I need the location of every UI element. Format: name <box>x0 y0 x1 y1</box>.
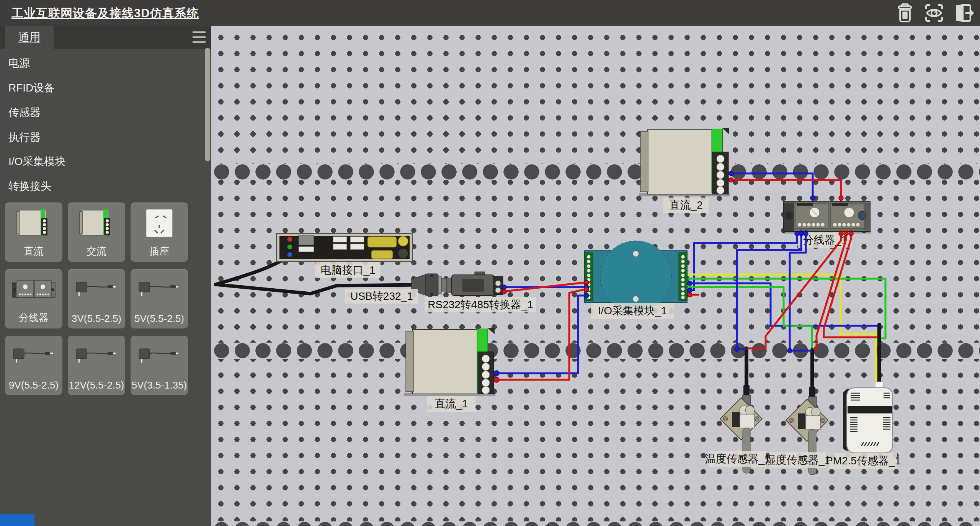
scene: 直流_2 电脑接口_1 USB转232_1 RS232转485转换器_1 I/O… <box>211 26 980 526</box>
label-dc-1: 直流_1 <box>434 398 468 410</box>
app-title: 工业互联网设备及接线3D仿真系统 <box>11 5 199 21</box>
app-window: 工业互联网设备及接线3D仿真系统 <box>0 0 980 526</box>
door-exit-icon <box>952 2 974 24</box>
sidebar-item-sensor[interactable]: 传感器 <box>8 105 192 121</box>
delete-button[interactable] <box>894 2 916 24</box>
label-rs232-485-1: RS232转485转换器_1 <box>428 299 533 310</box>
sidebar-tab-row: 通用 <box>0 26 211 49</box>
device-pc-interface-1[interactable] <box>276 234 413 261</box>
tab-general[interactable]: 通用 <box>5 26 54 49</box>
top-bar: 工业互联网设备及接线3D仿真系统 <box>0 0 980 26</box>
sidebar: 通用 电源 RFID设备 传感器 执行器 I/O采集模块 转换接头 直流 <box>0 26 211 526</box>
socket-icon <box>144 207 175 239</box>
label-humidity-sensor-1: 湿度传感器_1 <box>765 454 830 466</box>
dc-module-icon <box>15 207 52 239</box>
ac-module-icon <box>78 207 115 239</box>
label-temp-sensor-1: 温度传感器_1 <box>705 453 770 465</box>
sidebar-scrollbar[interactable] <box>205 48 210 161</box>
power-adapter-icon <box>138 279 180 301</box>
bottom-left-accent <box>0 514 34 526</box>
sidebar-item-converter[interactable]: 转换接头 <box>8 179 192 194</box>
sidebar-item-power[interactable]: 电源 <box>8 56 192 71</box>
palette-item-adapter-5v[interactable]: 5V(5.5-2.5) <box>131 269 188 328</box>
label-io-module-1: I/O采集模块_1 <box>598 305 667 317</box>
palette-item-ac[interactable]: 交流 <box>68 203 125 262</box>
device-splitter-1[interactable] <box>783 202 871 234</box>
sidebar-item-io-module[interactable]: I/O采集模块 <box>8 154 192 170</box>
label-pc-interface-1: 电脑接口_1 <box>320 264 375 276</box>
label-pm25-sensor-1: PM2.5传感器_1 <box>826 455 901 467</box>
palette-item-adapter-5v-slim[interactable]: 5V(3.5-1.35) <box>131 336 188 395</box>
eye-in-frame-icon <box>923 2 945 24</box>
palette-item-dc[interactable]: 直流 <box>5 203 62 262</box>
device-dc-1[interactable] <box>404 328 495 396</box>
sidebar-item-rfid[interactable]: RFID设备 <box>8 81 192 96</box>
device-dc-2[interactable] <box>639 128 730 196</box>
exit-button[interactable] <box>952 2 974 24</box>
power-adapter-icon <box>75 346 118 367</box>
label-usb-232-1: USB转232_1 <box>350 290 413 302</box>
view-reset-button[interactable] <box>923 2 945 24</box>
device-io-module-1[interactable] <box>585 241 687 312</box>
splitter-icon <box>11 278 57 302</box>
menu-icon[interactable] <box>193 31 206 44</box>
trash-icon <box>894 2 916 24</box>
wires-front <box>737 231 877 351</box>
power-adapter-icon <box>138 346 180 367</box>
device-pm25-sensor-1[interactable] <box>843 382 893 453</box>
label-dc-2: 直流_2 <box>669 199 702 211</box>
palette-item-splitter[interactable]: 分线器 <box>5 269 62 328</box>
palette-item-adapter-3v[interactable]: 3V(5.5-2.5) <box>68 269 125 328</box>
device-rs232-to-485-converter-1[interactable] <box>447 272 503 296</box>
palette-item-adapter-9v[interactable]: 9V(5.5-2.5) <box>5 336 62 395</box>
palette-item-adapter-12v[interactable]: 12V(5.5-2.5) <box>68 336 125 395</box>
toolbar <box>894 2 974 24</box>
power-adapter-icon <box>75 279 118 301</box>
workspace-canvas[interactable]: 直流_2 电脑接口_1 USB转232_1 RS232转485转换器_1 I/O… <box>211 26 980 526</box>
palette-item-socket[interactable]: 插座 <box>131 203 188 262</box>
sidebar-item-actuator[interactable]: 执行器 <box>8 130 192 145</box>
power-adapter-icon <box>13 346 55 367</box>
